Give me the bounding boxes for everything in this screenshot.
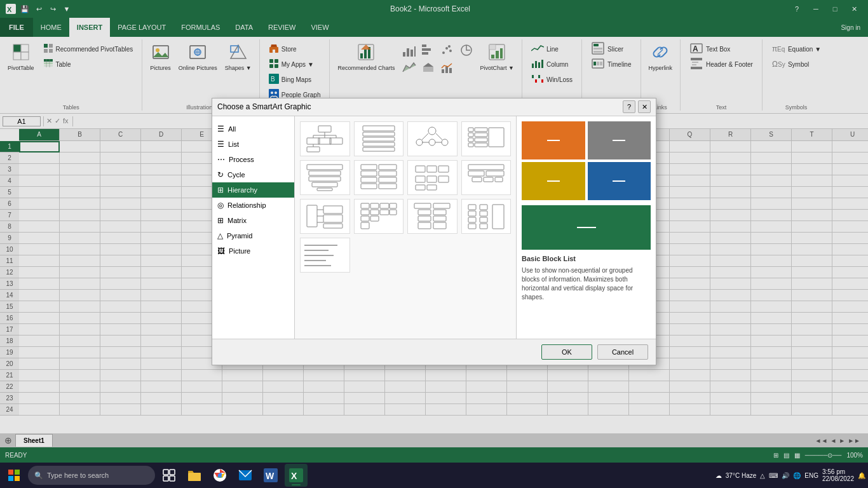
svg-rect-182	[361, 216, 369, 221]
svg-point-127	[429, 139, 435, 146]
svg-rect-90	[8, 470, 13, 475]
category-pyramid[interactable]: △ Pyramid	[212, 228, 294, 243]
svg-rect-177	[390, 203, 397, 208]
taskbar-mail[interactable]	[234, 464, 257, 487]
dialog-titlebar: Choose a SmartArt Graphic ? ✕	[212, 98, 656, 116]
svg-rect-201	[492, 205, 504, 229]
search-placeholder: Type here to search	[47, 471, 109, 479]
smartart-item-1[interactable]	[300, 121, 350, 156]
smartart-item-9[interactable]	[300, 199, 350, 234]
taskbar-file-explorer[interactable]	[183, 464, 206, 487]
category-list[interactable]: ☰ List	[212, 137, 294, 152]
svg-rect-136	[475, 133, 487, 137]
category-cycle[interactable]: ↻ Cycle	[212, 167, 294, 182]
svg-rect-161	[468, 165, 504, 170]
dialog-overlay: Choose a SmartArt Graphic ? ✕ ☰ All ☰ Li…	[0, 0, 868, 463]
dialog-help-btn[interactable]: ?	[623, 100, 635, 113]
smartart-item-3[interactable]	[407, 121, 458, 156]
svg-rect-156	[416, 176, 425, 182]
svg-rect-122	[363, 147, 395, 151]
svg-rect-192	[433, 222, 446, 229]
smartart-item-7[interactable]	[407, 160, 458, 195]
ok-button[interactable]: OK	[541, 344, 592, 360]
smartart-item-10[interactable]	[354, 199, 404, 234]
preview-block-4	[588, 162, 651, 200]
taskbar-word[interactable]: W	[259, 464, 282, 487]
svg-rect-191	[418, 222, 431, 229]
smartart-item-5[interactable]	[300, 160, 350, 195]
svg-rect-166	[495, 177, 503, 182]
svg-rect-146	[379, 165, 397, 170]
hierarchy-icon: ⊞	[217, 186, 224, 194]
category-all-label: All	[228, 125, 236, 133]
time-date: 3:56 pm 22/08/2022	[822, 468, 854, 482]
pyramid-icon: △	[217, 231, 223, 240]
svg-rect-159	[416, 185, 425, 190]
category-relationship[interactable]: ◎ Relationship	[212, 198, 294, 213]
taskbar-task-view[interactable]	[158, 464, 180, 487]
category-hierarchy-label: Hierarchy	[227, 186, 257, 194]
svg-rect-94	[163, 470, 168, 475]
category-picture[interactable]: 🖼 Picture	[212, 243, 294, 259]
svg-rect-183	[370, 216, 379, 221]
svg-line-125	[436, 133, 442, 140]
svg-rect-98	[188, 473, 201, 481]
svg-rect-172	[323, 215, 342, 222]
svg-rect-121	[363, 142, 395, 146]
dialog-close-btn[interactable]: ✕	[638, 100, 651, 113]
category-picture-label: Picture	[229, 247, 250, 255]
smartart-item-4[interactable]	[461, 121, 512, 156]
svg-rect-185	[414, 203, 431, 208]
smartart-item-2[interactable]	[354, 121, 404, 156]
svg-rect-150	[379, 177, 397, 182]
svg-rect-152	[379, 184, 397, 189]
svg-rect-93	[15, 476, 20, 481]
svg-rect-154	[427, 166, 437, 172]
search-bar[interactable]: 🔍 Type here to search	[28, 466, 155, 485]
keyboard-icon[interactable]: ⌨	[769, 472, 778, 479]
category-hierarchy[interactable]: ⊞ Hierarchy	[212, 182, 294, 198]
language: ENG	[804, 472, 818, 479]
svg-rect-199	[480, 217, 487, 222]
start-btn[interactable]	[3, 464, 25, 487]
weather-icon: ☁	[715, 472, 722, 479]
picture-icon: 🖼	[217, 247, 225, 255]
svg-rect-197	[480, 205, 487, 210]
svg-text:W: W	[266, 471, 275, 481]
volume-icon[interactable]: 🔊	[782, 472, 789, 479]
svg-rect-155	[438, 166, 449, 172]
svg-rect-196	[468, 224, 476, 229]
svg-rect-158	[438, 176, 449, 182]
category-list-label: List	[228, 140, 239, 148]
preview-panel: Basic Block List Use to show non-sequent…	[516, 116, 656, 339]
smartart-item-12[interactable]	[461, 199, 512, 234]
smartart-item-11[interactable]	[407, 199, 458, 234]
svg-rect-115	[330, 138, 342, 144]
svg-rect-141	[309, 171, 341, 175]
date: 22/08/2022	[822, 475, 854, 482]
cancel-button[interactable]: Cancel	[597, 344, 648, 360]
category-process-label: Process	[229, 156, 254, 163]
preview-block-1	[522, 121, 585, 159]
svg-rect-113	[307, 138, 320, 144]
smartart-item-6[interactable]	[354, 160, 404, 195]
category-matrix-label: Matrix	[227, 217, 247, 224]
category-matrix[interactable]: ⊞ Matrix	[212, 213, 294, 228]
category-all[interactable]: ☰ All	[212, 121, 294, 137]
taskbar-chrome[interactable]	[208, 464, 231, 487]
taskbar-up-arrow[interactable]: △	[760, 472, 765, 479]
taskbar-excel[interactable]: X	[285, 464, 308, 487]
smartart-item-13[interactable]	[300, 238, 350, 273]
svg-rect-133	[468, 138, 473, 142]
notification-icon[interactable]: 🔔	[858, 472, 865, 479]
category-process[interactable]: ⋯ Process	[212, 152, 294, 167]
svg-rect-189	[418, 216, 431, 221]
network-icon[interactable]: 🌐	[793, 472, 801, 479]
smartart-item-8[interactable]	[461, 160, 512, 195]
svg-rect-165	[484, 177, 493, 182]
svg-rect-107	[318, 126, 331, 132]
dialog-title: Choose a SmartArt Graphic	[217, 102, 311, 111]
svg-rect-131	[468, 128, 473, 132]
preview-block-5	[522, 205, 651, 250]
search-icon: 🔍	[34, 471, 43, 480]
